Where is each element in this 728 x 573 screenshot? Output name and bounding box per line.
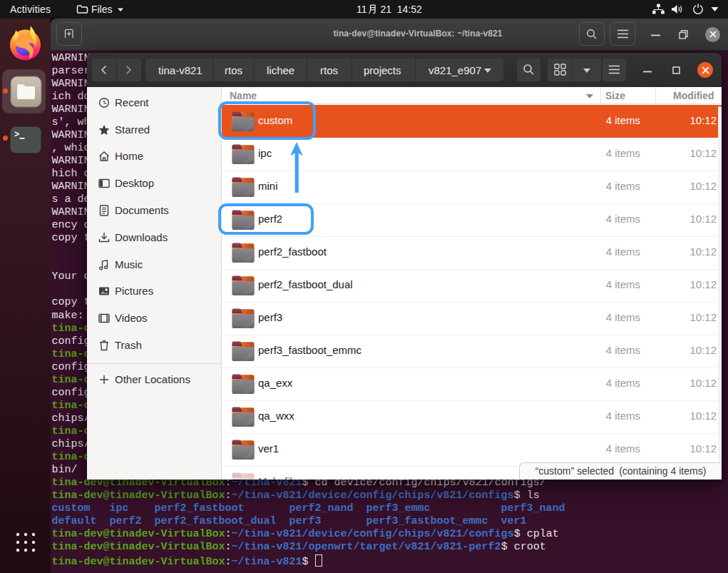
- svg-text:>: >: [14, 130, 19, 140]
